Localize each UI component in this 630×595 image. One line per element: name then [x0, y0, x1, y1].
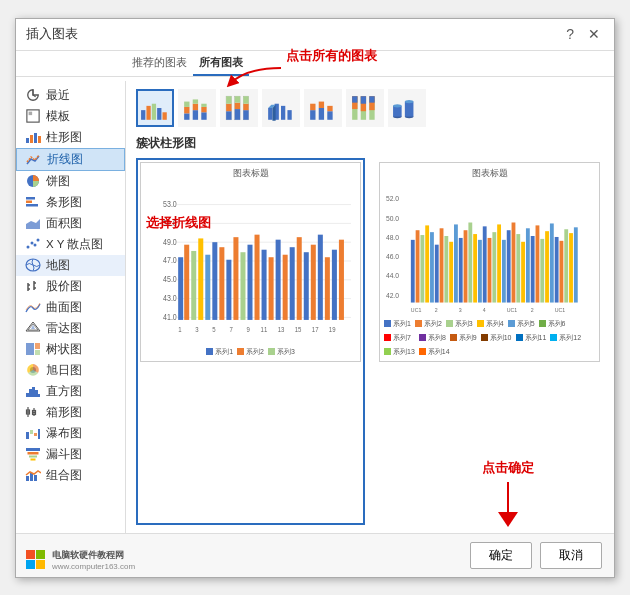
svg-rect-5	[38, 136, 41, 143]
radar-icon	[24, 321, 42, 335]
area-icon	[24, 216, 42, 230]
chart-title-1: 图表标题	[233, 167, 269, 180]
svg-rect-188	[555, 236, 559, 302]
svg-text:3: 3	[459, 307, 462, 313]
sidebar-item-combo[interactable]: 组合图	[16, 465, 125, 486]
svg-rect-174	[488, 237, 492, 302]
chart-title-2: 图表标题	[472, 167, 508, 180]
chart-type-3d-bar[interactable]	[262, 89, 300, 127]
svg-rect-41	[30, 430, 33, 434]
svg-rect-133	[283, 254, 288, 319]
svg-rect-3	[30, 135, 33, 143]
svg-rect-26	[35, 343, 40, 349]
sidebar-item-funnel[interactable]: 漏斗图	[16, 444, 125, 465]
chart-type-clustered-bar[interactable]	[136, 89, 174, 127]
chart-type-100-stacked-bar[interactable]	[220, 89, 258, 127]
chart-type-3d-stacked[interactable]	[304, 89, 342, 127]
chart-preview-1[interactable]: 图表标题 53.0 51.0 49.0 47.0 45.0 43.0	[136, 158, 365, 525]
svg-point-11	[27, 246, 30, 249]
svg-rect-139	[325, 257, 330, 320]
svg-rect-52	[146, 105, 150, 119]
combo-icon	[24, 468, 42, 482]
sidebar-item-histogram[interactable]: 直方图	[16, 381, 125, 402]
sidebar-item-area[interactable]: 面积图	[16, 213, 125, 234]
chart-type-row	[136, 89, 604, 127]
svg-rect-40	[26, 432, 29, 439]
close-button[interactable]: ✕	[584, 26, 604, 42]
svg-rect-45	[28, 452, 39, 455]
svg-text:2: 2	[435, 307, 438, 313]
sidebar-item-template[interactable]: 模板	[16, 106, 125, 127]
svg-rect-46	[29, 456, 37, 458]
sidebar-item-waterfall[interactable]: 瀑布图	[16, 423, 125, 444]
svg-rect-119	[184, 244, 189, 319]
svg-text:49.0: 49.0	[163, 236, 177, 246]
pie-icon	[24, 174, 42, 188]
svg-rect-128	[247, 244, 252, 319]
svg-rect-7	[26, 197, 35, 200]
svg-rect-25	[26, 343, 34, 355]
svg-rect-171	[473, 234, 477, 302]
sidebar-item-radar[interactable]: 雷达图	[16, 318, 125, 339]
scatter-icon	[24, 237, 42, 251]
help-button[interactable]: ?	[562, 26, 578, 42]
svg-rect-64	[201, 103, 206, 106]
chart-preview-2[interactable]: 图表标题 52.0 50.0 48.0 46.0 44.0 42.0	[375, 158, 604, 525]
sidebar-item-treemap[interactable]: 树状图	[16, 339, 125, 360]
svg-rect-56	[184, 113, 189, 119]
svg-rect-87	[327, 111, 332, 120]
svg-text:9: 9	[246, 325, 250, 333]
watermark-text: 电脑软硬件教程网	[52, 549, 135, 562]
stock-icon	[24, 279, 42, 293]
sidebar-item-sunburst[interactable]: 旭日图	[16, 360, 125, 381]
svg-rect-32	[35, 390, 38, 397]
tab-recommended[interactable]: 推荐的图表	[126, 51, 193, 76]
svg-text:43.0: 43.0	[163, 293, 177, 303]
svg-rect-80	[287, 110, 291, 120]
svg-rect-72	[235, 96, 240, 102]
sidebar-item-stock[interactable]: 股价图	[16, 276, 125, 297]
svg-rect-126	[233, 237, 238, 320]
chart-previews: 图表标题 53.0 51.0 49.0 47.0 45.0 43.0	[136, 158, 604, 525]
svg-rect-66	[226, 111, 231, 120]
sidebar-item-pie[interactable]: 饼图	[16, 171, 125, 192]
sidebar-item-map[interactable]: 地图	[16, 255, 125, 276]
chart-type-3d-column[interactable]	[388, 89, 426, 127]
svg-rect-190	[564, 229, 568, 302]
chart-type-3d-100-stacked[interactable]	[346, 89, 384, 127]
svg-text:UC1: UC1	[507, 307, 518, 313]
svg-rect-168	[459, 237, 463, 302]
svg-rect-140	[332, 249, 337, 319]
svg-rect-172	[478, 239, 482, 302]
svg-rect-123	[212, 242, 217, 320]
svg-rect-187	[550, 223, 554, 302]
svg-text:41.0: 41.0	[163, 312, 177, 322]
sidebar-item-scatter[interactable]: X Y 散点图	[16, 234, 125, 255]
svg-text:3: 3	[195, 325, 199, 333]
svg-rect-160	[420, 235, 424, 303]
svg-text:4: 4	[483, 307, 486, 313]
sidebar-item-line[interactable]: 折线图	[16, 148, 125, 171]
chart-type-stacked-bar[interactable]	[178, 89, 216, 127]
svg-rect-59	[193, 110, 198, 120]
svg-rect-122	[205, 254, 210, 319]
title-bar: 插入图表 ? ✕	[16, 19, 614, 51]
svg-rect-8	[26, 201, 32, 204]
svg-text:15: 15	[295, 325, 302, 333]
svg-rect-183	[531, 236, 535, 303]
svg-rect-86	[319, 101, 324, 107]
ok-button[interactable]: 确定	[470, 542, 532, 569]
svg-rect-163	[435, 244, 439, 302]
sidebar-item-hbar[interactable]: 条形图	[16, 192, 125, 213]
chart2-legend: 系列1 系列2 系列3 系列4 系列5 系列6 系列7 系列8 系列9 系列10…	[384, 319, 595, 357]
sidebar-item-boxplot[interactable]: 箱形图	[16, 402, 125, 423]
tab-all[interactable]: 所有图表	[193, 51, 249, 76]
svg-rect-88	[327, 105, 332, 110]
svg-rect-165	[444, 236, 448, 303]
svg-text:UC1: UC1	[555, 307, 566, 313]
sidebar-item-recent[interactable]: 最近	[16, 85, 125, 106]
svg-rect-58	[184, 101, 189, 106]
sidebar-item-bar[interactable]: 柱形图	[16, 127, 125, 148]
sidebar-item-surface[interactable]: 曲面图	[16, 297, 125, 318]
cancel-button[interactable]: 取消	[540, 542, 602, 569]
